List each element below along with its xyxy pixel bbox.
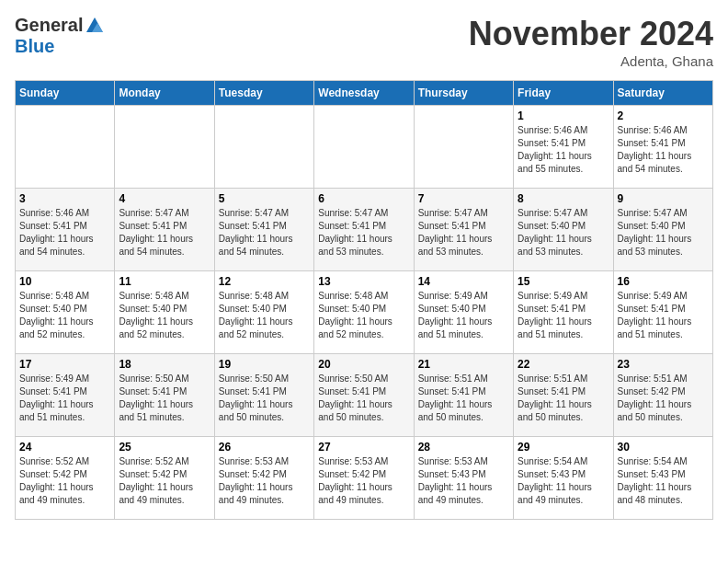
day-number: 30 <box>618 441 709 454</box>
day-number: 1 <box>518 109 609 122</box>
day-info: Sunrise: 5:49 AM Sunset: 5:40 PM Dayligh… <box>418 290 509 341</box>
calendar-cell <box>414 106 513 189</box>
calendar-cell: 12Sunrise: 5:48 AM Sunset: 5:40 PM Dayli… <box>214 271 313 354</box>
calendar-cell: 7Sunrise: 5:47 AM Sunset: 5:41 PM Daylig… <box>414 189 513 271</box>
day-info: Sunrise: 5:53 AM Sunset: 5:42 PM Dayligh… <box>219 455 310 507</box>
calendar-cell: 18Sunrise: 5:50 AM Sunset: 5:41 PM Dayli… <box>115 354 214 437</box>
day-info: Sunrise: 5:52 AM Sunset: 5:42 PM Dayligh… <box>119 455 210 507</box>
day-info: Sunrise: 5:49 AM Sunset: 5:41 PM Dayligh… <box>518 290 609 341</box>
calendar-cell: 3Sunrise: 5:46 AM Sunset: 5:41 PM Daylig… <box>16 189 115 271</box>
calendar-header-row: SundayMondayTuesdayWednesdayThursdayFrid… <box>16 81 713 106</box>
calendar-header-sunday: Sunday <box>16 81 115 106</box>
day-info: Sunrise: 5:49 AM Sunset: 5:41 PM Dayligh… <box>19 373 110 424</box>
day-number: 29 <box>518 441 609 454</box>
day-number: 4 <box>119 192 210 205</box>
calendar-body: 1Sunrise: 5:46 AM Sunset: 5:41 PM Daylig… <box>16 106 713 520</box>
day-number: 17 <box>19 358 110 371</box>
calendar-cell: 15Sunrise: 5:49 AM Sunset: 5:41 PM Dayli… <box>514 271 613 354</box>
day-number: 26 <box>219 441 310 454</box>
day-number: 23 <box>618 358 709 371</box>
day-info: Sunrise: 5:48 AM Sunset: 5:40 PM Dayligh… <box>318 290 409 341</box>
logo-blue-text: Blue <box>15 36 54 57</box>
calendar-week-row: 1Sunrise: 5:46 AM Sunset: 5:41 PM Daylig… <box>16 106 713 189</box>
day-number: 10 <box>19 275 110 288</box>
day-info: Sunrise: 5:48 AM Sunset: 5:40 PM Dayligh… <box>119 290 210 341</box>
calendar-cell: 28Sunrise: 5:53 AM Sunset: 5:43 PM Dayli… <box>414 437 513 520</box>
calendar-week-row: 3Sunrise: 5:46 AM Sunset: 5:41 PM Daylig… <box>16 189 713 271</box>
day-number: 22 <box>518 358 609 371</box>
calendar-week-row: 17Sunrise: 5:49 AM Sunset: 5:41 PM Dayli… <box>16 354 713 437</box>
day-info: Sunrise: 5:47 AM Sunset: 5:41 PM Dayligh… <box>219 207 310 259</box>
day-info: Sunrise: 5:49 AM Sunset: 5:41 PM Dayligh… <box>618 290 709 341</box>
day-info: Sunrise: 5:52 AM Sunset: 5:42 PM Dayligh… <box>19 455 110 507</box>
calendar-cell: 29Sunrise: 5:54 AM Sunset: 5:43 PM Dayli… <box>514 437 613 520</box>
day-info: Sunrise: 5:54 AM Sunset: 5:43 PM Dayligh… <box>618 455 709 507</box>
day-info: Sunrise: 5:50 AM Sunset: 5:41 PM Dayligh… <box>219 373 310 424</box>
day-number: 27 <box>318 441 409 454</box>
day-number: 13 <box>318 275 409 288</box>
day-number: 3 <box>19 192 110 205</box>
day-number: 11 <box>119 275 210 288</box>
logo-general-text: General <box>15 15 83 36</box>
day-info: Sunrise: 5:47 AM Sunset: 5:41 PM Dayligh… <box>418 207 509 259</box>
day-number: 6 <box>318 192 409 205</box>
day-info: Sunrise: 5:51 AM Sunset: 5:41 PM Dayligh… <box>518 373 609 424</box>
calendar-cell: 9Sunrise: 5:47 AM Sunset: 5:40 PM Daylig… <box>613 189 712 271</box>
day-info: Sunrise: 5:47 AM Sunset: 5:41 PM Dayligh… <box>318 207 409 259</box>
calendar-cell: 19Sunrise: 5:50 AM Sunset: 5:41 PM Dayli… <box>214 354 313 437</box>
day-number: 28 <box>418 441 509 454</box>
day-number: 2 <box>618 109 709 122</box>
location-subtitle: Adenta, Ghana <box>469 53 713 69</box>
calendar-cell: 20Sunrise: 5:50 AM Sunset: 5:41 PM Dayli… <box>314 354 414 437</box>
calendar-week-row: 10Sunrise: 5:48 AM Sunset: 5:40 PM Dayli… <box>16 271 713 354</box>
day-info: Sunrise: 5:47 AM Sunset: 5:40 PM Dayligh… <box>518 207 609 259</box>
day-info: Sunrise: 5:48 AM Sunset: 5:40 PM Dayligh… <box>219 290 310 341</box>
day-number: 20 <box>318 358 409 371</box>
day-number: 7 <box>418 192 509 205</box>
day-info: Sunrise: 5:50 AM Sunset: 5:41 PM Dayligh… <box>318 373 409 424</box>
calendar-cell: 23Sunrise: 5:51 AM Sunset: 5:42 PM Dayli… <box>613 354 712 437</box>
calendar-cell: 26Sunrise: 5:53 AM Sunset: 5:42 PM Dayli… <box>214 437 313 520</box>
day-info: Sunrise: 5:46 AM Sunset: 5:41 PM Dayligh… <box>618 124 709 176</box>
calendar-cell: 6Sunrise: 5:47 AM Sunset: 5:41 PM Daylig… <box>314 189 414 271</box>
day-number: 24 <box>19 441 110 454</box>
calendar-header-tuesday: Tuesday <box>214 81 313 106</box>
calendar-cell <box>16 106 115 189</box>
calendar-cell: 24Sunrise: 5:52 AM Sunset: 5:42 PM Dayli… <box>16 437 115 520</box>
calendar-cell: 25Sunrise: 5:52 AM Sunset: 5:42 PM Dayli… <box>115 437 214 520</box>
calendar-cell: 14Sunrise: 5:49 AM Sunset: 5:40 PM Dayli… <box>414 271 513 354</box>
day-info: Sunrise: 5:51 AM Sunset: 5:42 PM Dayligh… <box>618 373 709 424</box>
calendar-header-monday: Monday <box>115 81 214 106</box>
day-number: 15 <box>518 275 609 288</box>
calendar-cell: 22Sunrise: 5:51 AM Sunset: 5:41 PM Dayli… <box>514 354 613 437</box>
calendar-cell: 30Sunrise: 5:54 AM Sunset: 5:43 PM Dayli… <box>613 437 712 520</box>
day-number: 5 <box>219 192 310 205</box>
day-info: Sunrise: 5:53 AM Sunset: 5:42 PM Dayligh… <box>318 455 409 507</box>
calendar-cell: 8Sunrise: 5:47 AM Sunset: 5:40 PM Daylig… <box>514 189 613 271</box>
calendar-week-row: 24Sunrise: 5:52 AM Sunset: 5:42 PM Dayli… <box>16 437 713 520</box>
logo: General Blue <box>15 15 105 57</box>
day-info: Sunrise: 5:47 AM Sunset: 5:41 PM Dayligh… <box>119 207 210 259</box>
calendar-cell: 17Sunrise: 5:49 AM Sunset: 5:41 PM Dayli… <box>16 354 115 437</box>
day-info: Sunrise: 5:53 AM Sunset: 5:43 PM Dayligh… <box>418 455 509 507</box>
day-number: 12 <box>219 275 310 288</box>
calendar-cell: 11Sunrise: 5:48 AM Sunset: 5:40 PM Dayli… <box>115 271 214 354</box>
calendar-cell: 13Sunrise: 5:48 AM Sunset: 5:40 PM Dayli… <box>314 271 414 354</box>
day-number: 9 <box>618 192 709 205</box>
calendar-header-thursday: Thursday <box>414 81 513 106</box>
day-number: 18 <box>119 358 210 371</box>
day-info: Sunrise: 5:46 AM Sunset: 5:41 PM Dayligh… <box>518 124 609 176</box>
day-info: Sunrise: 5:48 AM Sunset: 5:40 PM Dayligh… <box>19 290 110 341</box>
calendar-cell <box>314 106 414 189</box>
calendar-header-wednesday: Wednesday <box>314 81 414 106</box>
page-header: General Blue November 2024 Adenta, Ghana <box>15 15 713 69</box>
calendar-header-saturday: Saturday <box>613 81 712 106</box>
day-number: 16 <box>618 275 709 288</box>
calendar-cell: 10Sunrise: 5:48 AM Sunset: 5:40 PM Dayli… <box>16 271 115 354</box>
day-info: Sunrise: 5:54 AM Sunset: 5:43 PM Dayligh… <box>518 455 609 507</box>
day-info: Sunrise: 5:51 AM Sunset: 5:41 PM Dayligh… <box>418 373 509 424</box>
logo-icon <box>85 16 105 36</box>
month-title: November 2024 <box>469 15 713 53</box>
calendar-table: SundayMondayTuesdayWednesdayThursdayFrid… <box>15 80 713 520</box>
calendar-cell <box>214 106 313 189</box>
